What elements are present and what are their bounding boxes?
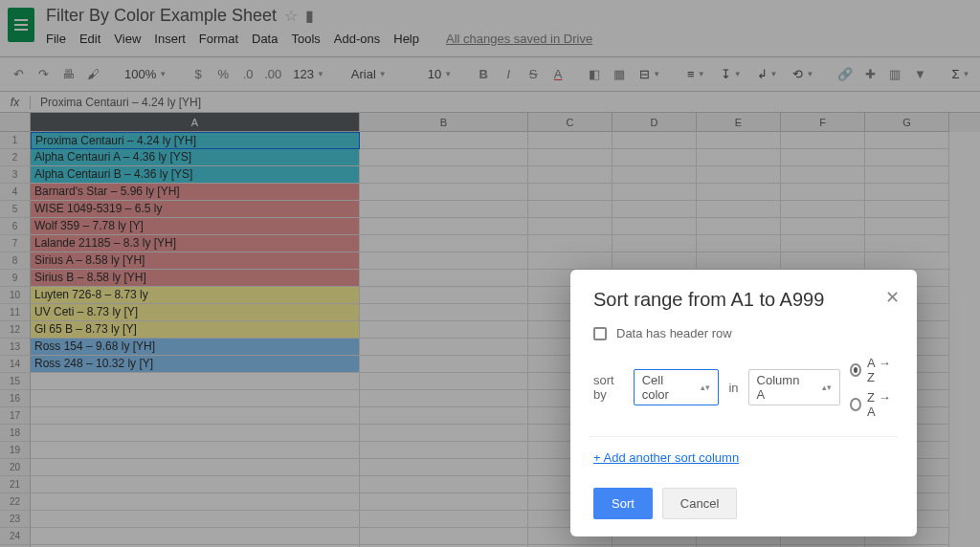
sort-by-select[interactable]: Cell color▴▾: [634, 369, 720, 405]
sort-button[interactable]: Sort: [593, 488, 653, 519]
radio-za[interactable]: Z → A: [850, 390, 894, 419]
column-select[interactable]: Column A▴▾: [748, 369, 841, 405]
cancel-button[interactable]: Cancel: [662, 488, 737, 519]
sort-range-dialog: Sort range from A1 to A999 ✕ Data has he…: [570, 270, 917, 536]
sort-by-label: sort by: [593, 373, 624, 402]
add-sort-column-link[interactable]: + Add another sort column: [593, 450, 739, 465]
in-label: in: [728, 381, 738, 395]
close-icon[interactable]: ✕: [885, 287, 900, 308]
radio-az[interactable]: A → Z: [850, 356, 894, 384]
dialog-title: Sort range from A1 to A999: [593, 289, 894, 311]
header-row-checkbox[interactable]: [593, 327, 607, 340]
header-row-label: Data has header row: [616, 326, 732, 340]
